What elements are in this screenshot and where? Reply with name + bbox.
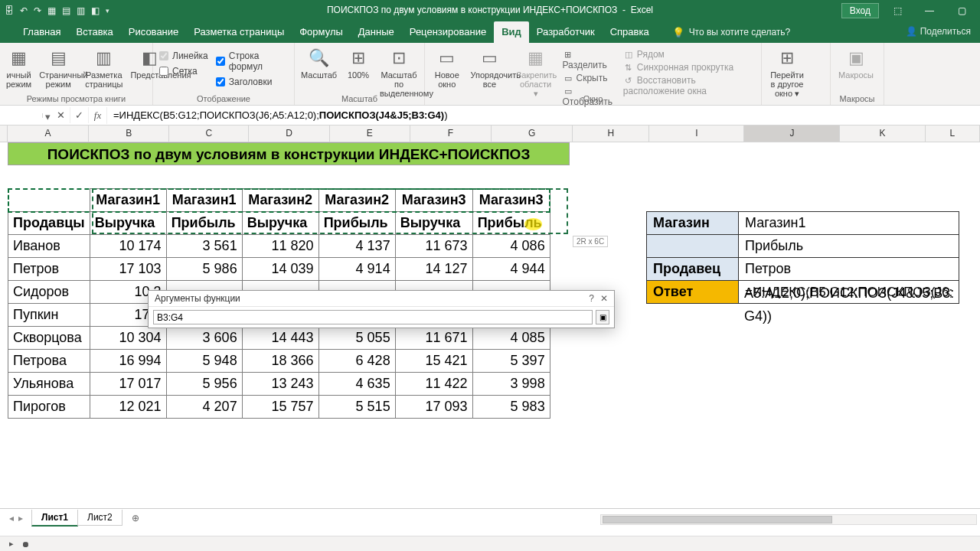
sheet-title-cell: ПОИСКПОЗ по двум условиям в конструкции … xyxy=(8,142,570,165)
save-icon[interactable]: 🗄 xyxy=(5,5,14,16)
arrange-all-button[interactable]: ▭Упорядочить все xyxy=(471,46,509,89)
dialog-titlebar[interactable]: Аргументы функции ? ✕ xyxy=(149,291,614,307)
col-header[interactable]: I xyxy=(649,126,744,142)
formula-bar: ▾ ✕ ✓ fx =ИНДЕКС(B5:G12;ПОИСКПОЗ(J6;A5:A… xyxy=(0,106,980,126)
sync-scroll-button[interactable]: ⇅Синхронная прокрутка xyxy=(623,62,755,73)
sheet-tab-1[interactable]: Лист1 xyxy=(31,510,78,527)
dialog-help-icon[interactable]: ? xyxy=(589,293,594,304)
col-header[interactable]: C xyxy=(169,126,249,142)
quick-access-toolbar: 🗄 ↶ ↷ ▦ ▤ ▥ ◧ ▾ xyxy=(0,5,109,16)
chk-headings[interactable]: Заголовки xyxy=(216,77,288,87)
reset-position-button[interactable]: ↺Восстановить расположение окна xyxy=(623,75,755,96)
new-sheet-button[interactable]: ⊕ xyxy=(127,513,144,523)
tell-me-search[interactable]: 💡 Что вы хотите сделать? xyxy=(672,21,791,43)
macro-record-icon[interactable]: ⏺ xyxy=(18,540,32,549)
formula-text: ) xyxy=(444,109,447,121)
split-button[interactable]: ⊞Разделить xyxy=(563,49,616,70)
cancel-formula-icon[interactable]: ✕ xyxy=(52,107,70,123)
macros-button[interactable]: ▣Макросы xyxy=(837,46,875,80)
ribbon-mode-icon[interactable]: ⬚ xyxy=(884,5,911,16)
zoom-button[interactable]: 🔍Масштаб xyxy=(301,46,337,80)
status-mode-icon: ▸ xyxy=(5,539,18,549)
formula-input[interactable]: =ИНДЕКС(B5:G12;ПОИСКПОЗ(J6;A5:A12;0);ПОИ… xyxy=(107,107,980,123)
tab-data[interactable]: Данные xyxy=(351,21,402,43)
col-header[interactable]: H xyxy=(573,126,649,142)
col-header[interactable]: F xyxy=(410,126,492,142)
new-window-button[interactable]: ▭Новое окно xyxy=(431,46,463,89)
selection-size-hint: 2R x 6C xyxy=(573,236,608,247)
qat-icon[interactable]: ◧ xyxy=(91,5,100,16)
col-header[interactable]: A xyxy=(8,126,89,142)
ribbon-tabs: Главная Вставка Рисование Разметка стран… xyxy=(0,21,980,43)
zoom-100-button[interactable]: ⊞100% xyxy=(345,46,372,80)
switch-window-button[interactable]: ⊞Перейти в другое окно ▾ xyxy=(768,46,806,99)
status-bar: ▸ ⏺ xyxy=(0,536,980,551)
qat-icon[interactable]: ▥ xyxy=(77,5,85,16)
name-box[interactable] xyxy=(0,113,43,118)
worksheet-area: A B C D E F G H I J K L ПОИСКПОЗ по двум… xyxy=(0,126,980,519)
group-show-label: Отображение xyxy=(153,94,294,103)
zoom-selection-button[interactable]: ⊡Масштаб по выделенному xyxy=(380,46,418,98)
group-macros-label: Макросы xyxy=(831,94,884,103)
col-header[interactable]: K xyxy=(840,126,925,142)
title-bar: 🗄 ↶ ↷ ▦ ▤ ▥ ◧ ▾ ПОИСКПОЗ по двум условия… xyxy=(0,0,980,21)
col-header[interactable]: B xyxy=(89,126,169,142)
expand-dialog-icon[interactable]: ▣ xyxy=(596,310,609,324)
page-break-button[interactable]: ▤Страничный режим xyxy=(39,46,77,89)
page-layout-button[interactable]: ▥Разметка страницы xyxy=(85,46,122,89)
horizontal-scrollbar[interactable] xyxy=(600,514,977,525)
chk-formula-bar[interactable]: Строка формул xyxy=(216,51,288,72)
col-header[interactable]: D xyxy=(249,126,329,142)
range-input[interactable] xyxy=(153,310,593,324)
tab-help[interactable]: Справка xyxy=(603,21,657,43)
sheet-nav[interactable]: ◂▸ xyxy=(0,513,32,523)
sheet-tab-2[interactable]: Лист2 xyxy=(77,510,122,526)
tab-insert[interactable]: Вставка xyxy=(68,21,120,43)
freeze-panes-button[interactable]: ▦Закрепить области ▾ xyxy=(517,46,555,99)
login-button[interactable]: Вход xyxy=(841,3,879,18)
group-zoom-label: Масштаб xyxy=(295,94,424,103)
tab-formulas[interactable]: Формулы xyxy=(292,21,351,43)
group-views-label: Режимы просмотра книги xyxy=(0,94,152,103)
formula-bold-text: ПОИСКПОЗ(J4&J5;B3:G4) xyxy=(319,109,444,121)
side-by-side-button[interactable]: ◫Рядом xyxy=(623,49,755,60)
formula-text: =ИНДЕКС(B5:G12;ПОИСКПОЗ(J6;A5:A12;0); xyxy=(113,109,319,121)
share-button[interactable]: 👤 Поделиться xyxy=(897,21,980,43)
qat-icon[interactable]: ▤ xyxy=(62,5,70,16)
namebox-dropdown-icon[interactable]: ▾ xyxy=(43,108,52,122)
window-title: ПОИСКПОЗ по двум условиям в конструкции … xyxy=(0,5,980,15)
dialog-close-icon[interactable]: ✕ xyxy=(600,293,608,304)
tab-developer[interactable]: Разработчик xyxy=(529,21,603,43)
column-headers: A B C D E F G H I J K L xyxy=(0,126,980,142)
col-header[interactable]: J xyxy=(744,126,840,142)
tab-review[interactable]: Рецензирование xyxy=(402,21,494,43)
tell-me-label: Что вы хотите сделать? xyxy=(689,27,791,37)
fx-icon[interactable]: fx xyxy=(89,107,107,124)
qat-icon[interactable]: ▦ xyxy=(47,5,56,16)
tab-view[interactable]: Вид xyxy=(494,21,529,43)
minimize-icon[interactable]: — xyxy=(916,5,943,16)
col-header[interactable]: L xyxy=(926,126,980,142)
tab-page-layout[interactable]: Разметка страницы xyxy=(186,21,292,43)
accept-formula-icon[interactable]: ✓ xyxy=(70,107,89,123)
chk-gridlines[interactable]: Сетка xyxy=(159,66,208,77)
function-arguments-dialog[interactable]: Аргументы функции ? ✕ ▣ xyxy=(148,290,615,328)
col-header[interactable]: E xyxy=(330,126,410,142)
redo-icon[interactable]: ↷ xyxy=(34,5,41,16)
qat-customize-icon[interactable]: ▾ xyxy=(106,7,109,15)
maximize-icon[interactable]: ▢ xyxy=(948,5,975,16)
formula-overflow: A5:A12;0);ПОИСКПОЗ(J4&J5;B3: G4)) xyxy=(744,282,971,328)
chk-ruler[interactable]: Линейка xyxy=(159,51,208,61)
hide-button[interactable]: ▭Скрыть xyxy=(563,73,616,83)
window-controls: Вход ⬚ — ▢ xyxy=(841,3,980,18)
group-window-label: Окно xyxy=(425,94,761,103)
dialog-title-label: Аргументы функции xyxy=(155,293,240,304)
col-header[interactable]: G xyxy=(492,126,573,142)
bulb-icon: 💡 xyxy=(672,27,684,38)
undo-icon[interactable]: ↶ xyxy=(20,5,28,16)
tab-home[interactable]: Главная xyxy=(15,21,68,43)
normal-view-button[interactable]: ▦ичный режим xyxy=(6,46,31,89)
ribbon: ▦ичный режим ▤Страничный режим ▥Разметка… xyxy=(0,43,980,106)
tab-draw[interactable]: Рисование xyxy=(121,21,186,43)
